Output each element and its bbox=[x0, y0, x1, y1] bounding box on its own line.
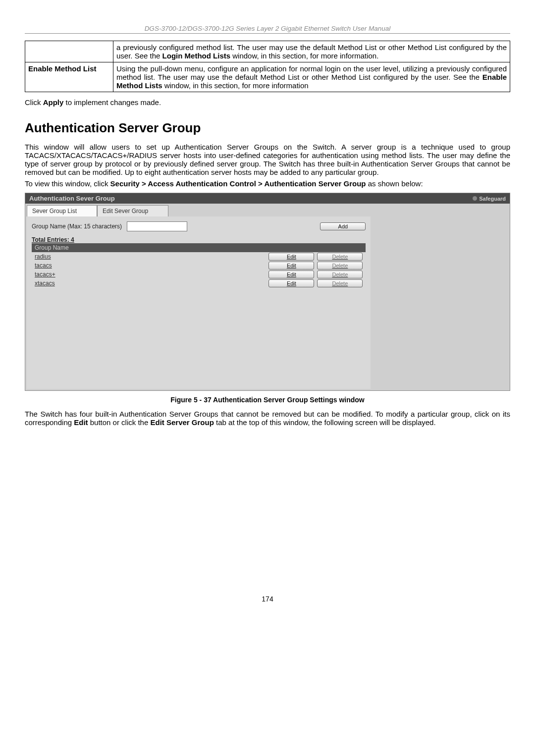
page-header-line: DGS-3700-12/DGS-3700-12G Series Layer 2 … bbox=[25, 25, 510, 34]
page-number: 174 bbox=[25, 595, 510, 603]
grid-column-header: Group Name bbox=[32, 243, 366, 252]
list-item: tacacs Edit Delete bbox=[32, 261, 366, 270]
edit-button[interactable]: Edit bbox=[268, 279, 314, 287]
text: window, in this section, for more inform… bbox=[162, 81, 309, 90]
group-name-cell: radius bbox=[35, 253, 51, 260]
text: window, in this section, for more inform… bbox=[230, 52, 378, 60]
bold-text: Security > Access Authentication Control… bbox=[110, 179, 366, 188]
list-item: tacacs+ Edit Delete bbox=[32, 270, 366, 279]
panel-body: Sever Group List Edit Sever Group Group … bbox=[25, 204, 510, 390]
table-row: a previously configured method list. The… bbox=[25, 41, 510, 62]
delete-button[interactable]: Delete bbox=[317, 279, 363, 287]
text: Using the pull-down menu, configure an a… bbox=[116, 64, 507, 81]
apply-instruction: Click Apply to implement changes made. bbox=[25, 98, 510, 107]
bold-text: Edit bbox=[74, 418, 88, 427]
group-name-cell: xtacacs bbox=[35, 280, 55, 287]
section-heading: Authentication Server Group bbox=[25, 120, 510, 136]
text: button or click the bbox=[88, 418, 151, 427]
delete-button[interactable]: Delete bbox=[317, 253, 363, 261]
text: Click bbox=[25, 98, 43, 107]
group-grid: Group Name radius Edit Delete tacacs Edi… bbox=[32, 243, 366, 387]
panel-title-bar: Authentication Sever Group Safeguard bbox=[25, 193, 510, 204]
total-entries-label: Total Entries: 4 bbox=[32, 236, 366, 243]
bold-text: Edit Server Group bbox=[150, 418, 214, 427]
group-name-cell: tacacs+ bbox=[35, 271, 55, 278]
param-desc: Using the pull-down menu, configure an a… bbox=[113, 62, 510, 92]
screenshot-panel: Authentication Sever Group Safeguard Sev… bbox=[25, 193, 510, 391]
delete-button[interactable]: Delete bbox=[317, 262, 363, 270]
panel-title-text: Authentication Sever Group bbox=[29, 195, 115, 202]
text: tab at the top of this window, the follo… bbox=[214, 418, 436, 427]
param-desc: a previously configured method list. The… bbox=[113, 41, 510, 62]
bold-text: Apply bbox=[43, 98, 64, 107]
safeguard-icon bbox=[473, 196, 477, 201]
text: to implement changes made. bbox=[63, 98, 161, 107]
paragraph: To view this window, click Security > Ac… bbox=[25, 179, 510, 188]
group-name-input[interactable] bbox=[127, 221, 187, 231]
tab-content: Group Name (Max: 15 characters) Add Tota… bbox=[27, 216, 371, 389]
text: as shown below: bbox=[366, 179, 423, 188]
param-label-empty bbox=[25, 41, 113, 62]
panel-left: Sever Group List Edit Sever Group Group … bbox=[25, 204, 372, 390]
grid-empty-space bbox=[32, 288, 366, 387]
bold-text: Login Method Lists bbox=[162, 52, 230, 60]
tab-edit-server-group[interactable]: Edit Sever Group bbox=[97, 205, 168, 216]
tab-server-group-list[interactable]: Sever Group List bbox=[27, 205, 97, 216]
safeguard-badge: Safeguard bbox=[473, 196, 506, 202]
paragraph: The Switch has four built-in Authenticat… bbox=[25, 410, 510, 427]
group-name-cell: tacacs bbox=[35, 262, 52, 269]
parameter-table: a previously configured method list. The… bbox=[25, 41, 510, 92]
delete-button[interactable]: Delete bbox=[317, 270, 363, 278]
text: To view this window, click bbox=[25, 179, 110, 188]
list-item: xtacacs Edit Delete bbox=[32, 279, 366, 288]
tabs-row: Sever Group List Edit Sever Group bbox=[27, 205, 371, 216]
paragraph: This window will allow users to set up A… bbox=[25, 143, 510, 176]
panel-right-empty bbox=[372, 204, 510, 390]
figure-caption: Figure 5 - 37 Authentication Server Grou… bbox=[25, 396, 510, 404]
edit-button[interactable]: Edit bbox=[268, 253, 314, 261]
table-row: Enable Method List Using the pull-down m… bbox=[25, 62, 510, 92]
edit-button[interactable]: Edit bbox=[268, 270, 314, 278]
param-label: Enable Method List bbox=[25, 62, 113, 92]
group-name-label: Group Name (Max: 15 characters) bbox=[32, 223, 122, 230]
safeguard-label: Safeguard bbox=[479, 196, 506, 202]
add-button[interactable]: Add bbox=[320, 222, 366, 230]
edit-button[interactable]: Edit bbox=[268, 262, 314, 270]
add-group-row: Group Name (Max: 15 characters) Add bbox=[32, 221, 366, 231]
list-item: radius Edit Delete bbox=[32, 252, 366, 261]
